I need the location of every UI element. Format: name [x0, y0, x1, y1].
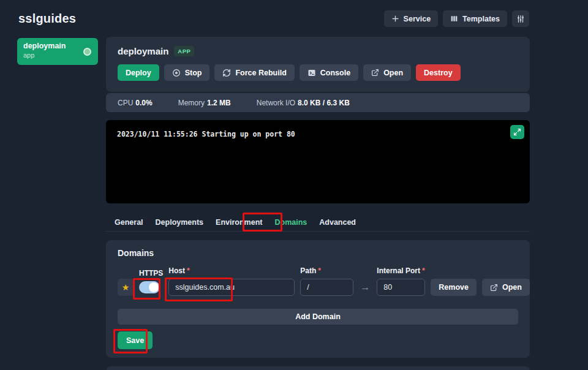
page-title: sslguides	[18, 12, 76, 26]
host-input[interactable]	[168, 279, 295, 296]
stop-button[interactable]: Stop	[164, 64, 210, 81]
plus-icon	[391, 15, 399, 23]
favorite-domain-button[interactable]: ★	[118, 279, 134, 296]
internal-port-label: Internal Port*	[377, 266, 425, 275]
required-mark: *	[187, 266, 190, 275]
host-label: Host*	[168, 266, 295, 275]
app-tabs: General Deployments Environment Domains …	[106, 214, 530, 232]
console-label: Console	[320, 69, 350, 77]
external-link-icon	[371, 69, 379, 77]
filters-button[interactable]	[512, 10, 529, 27]
star-icon: ★	[122, 282, 130, 292]
topbar-actions: Service Templates	[384, 10, 529, 27]
app-actions: Deploy Stop Force Rebuild Console	[118, 64, 518, 81]
deploy-label: Deploy	[126, 69, 151, 77]
cpu-value: 0.0%	[135, 99, 152, 107]
domains-heading: Domains	[118, 248, 518, 258]
open-domain-button[interactable]: Open	[482, 279, 530, 296]
memory-value: 1.2 MB	[207, 99, 231, 107]
status-dot-icon	[83, 48, 91, 56]
tab-environment[interactable]: Environment	[214, 217, 263, 228]
https-toggle[interactable]	[139, 281, 160, 293]
tab-general[interactable]: General	[113, 217, 145, 228]
templates-label: Templates	[462, 15, 500, 23]
cpu-stat: CPU0.0%	[118, 99, 153, 107]
app-header-panel: deploymain APP Deploy Stop Force Rebuild	[106, 37, 530, 92]
app-type-badge: APP	[174, 46, 194, 56]
console-log-line: 2023/10/11 11:55:26 Starting up on port …	[117, 130, 519, 138]
path-input[interactable]	[300, 279, 353, 296]
sidebar-app-type: app	[23, 51, 92, 59]
console-button[interactable]: Console	[300, 64, 358, 81]
terminal-icon	[307, 69, 316, 77]
next-panel-edge	[106, 366, 530, 370]
maximize-icon	[513, 128, 521, 136]
toggle-knob	[149, 282, 159, 292]
memory-stat: Memory1.2 MB	[178, 99, 231, 107]
stop-label: Stop	[185, 69, 202, 77]
app-window: sslguides Service Templates deploymain a…	[0, 0, 588, 370]
open-domain-label: Open	[502, 283, 522, 292]
add-domain-button[interactable]: Add Domain	[118, 309, 518, 325]
save-label: Save	[126, 336, 144, 345]
required-mark: *	[422, 266, 425, 275]
tab-domains[interactable]: Domains	[273, 217, 308, 228]
internal-port-input[interactable]	[377, 279, 425, 296]
add-service-button[interactable]: Service	[384, 10, 438, 27]
external-link-icon	[490, 284, 498, 292]
sidebar-app-card[interactable]: deploymain app	[17, 38, 98, 65]
tab-deployments[interactable]: Deployments	[154, 217, 205, 228]
stop-icon	[172, 69, 181, 77]
network-value: 8.0 KB / 6.3 KB	[298, 99, 350, 107]
arrow-right-icon: →	[359, 282, 371, 296]
open-button[interactable]: Open	[363, 64, 411, 81]
templates-button[interactable]: Templates	[443, 10, 507, 27]
path-label: Path*	[300, 266, 353, 275]
sidebar-app-name: deploymain	[23, 42, 92, 50]
refresh-icon	[222, 69, 231, 77]
destroy-label: Destroy	[424, 69, 453, 77]
open-label: Open	[383, 69, 403, 77]
remove-domain-button[interactable]: Remove	[431, 279, 477, 296]
app-title: deploymain	[118, 46, 168, 56]
save-button[interactable]: Save	[118, 331, 153, 349]
force-rebuild-label: Force Rebuild	[235, 69, 286, 77]
deploy-button[interactable]: Deploy	[118, 64, 159, 81]
console-log-area[interactable]: 2023/10/11 11:55:26 Starting up on port …	[106, 120, 530, 203]
remove-label: Remove	[439, 283, 469, 292]
domain-row: ★ HTTPS Host* Path* → Internal Port* Rem…	[118, 266, 518, 296]
columns-icon	[450, 15, 458, 23]
sliders-icon	[516, 15, 525, 23]
domains-panel: Domains ★ HTTPS Host* Path* → Internal P…	[106, 240, 530, 358]
add-service-label: Service	[404, 15, 431, 23]
https-label: HTTPS	[139, 269, 163, 278]
required-mark: *	[318, 266, 321, 275]
destroy-button[interactable]: Destroy	[416, 64, 461, 81]
expand-console-button[interactable]	[510, 125, 524, 139]
tab-advanced[interactable]: Advanced	[318, 217, 357, 228]
network-stat: Network I/O8.0 KB / 6.3 KB	[257, 99, 350, 107]
force-rebuild-button[interactable]: Force Rebuild	[214, 64, 294, 81]
stats-bar: CPU0.0% Memory1.2 MB Network I/O8.0 KB /…	[106, 93, 530, 112]
